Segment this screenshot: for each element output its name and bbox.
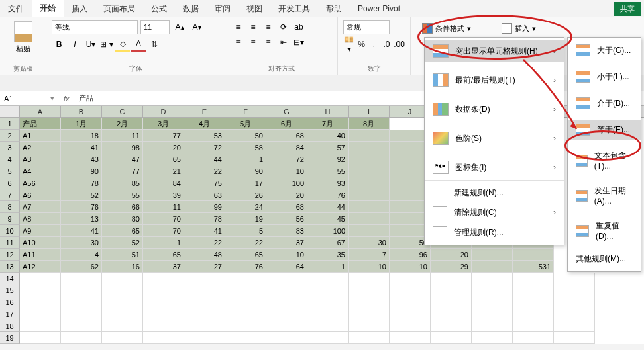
cell[interactable]: 44	[307, 201, 349, 213]
cell[interactable]: 51	[102, 249, 143, 261]
cell[interactable]	[184, 320, 225, 332]
cell[interactable]	[513, 320, 554, 332]
cell[interactable]	[20, 320, 61, 332]
cell[interactable]: 44	[184, 153, 225, 165]
cell[interactable]	[349, 225, 390, 237]
font-color-button[interactable]: A	[131, 37, 146, 52]
orientation[interactable]: ⟳	[276, 20, 291, 34]
menu-iconset[interactable]: 图标集(I)›	[425, 157, 564, 178]
cell[interactable]	[184, 273, 225, 284]
menu-greater[interactable]: 大于(G)...	[568, 40, 641, 60]
cell[interactable]	[102, 296, 143, 308]
cell[interactable]: 1	[225, 153, 266, 165]
cell[interactable]: 90	[225, 165, 266, 177]
cell[interactable]: 72	[184, 142, 225, 153]
cell[interactable]: A3	[20, 153, 61, 165]
cell[interactable]	[431, 308, 472, 320]
cell[interactable]: 20	[143, 142, 184, 153]
cell[interactable]	[20, 308, 61, 320]
cell[interactable]	[266, 332, 307, 344]
cell[interactable]: 50	[225, 130, 266, 142]
cell[interactable]	[349, 201, 390, 213]
row-header[interactable]: 3	[0, 142, 20, 153]
cell[interactable]: 17	[225, 177, 266, 189]
menu-new-rule[interactable]: 新建规则(N)...	[425, 183, 564, 202]
cell[interactable]: 4	[61, 249, 102, 261]
cell[interactable]	[513, 249, 554, 261]
tab-formula[interactable]: 公式	[143, 1, 175, 17]
cell[interactable]	[472, 273, 513, 284]
menu-more-rules[interactable]: 其他规则(M)...	[568, 249, 641, 269]
menu-between[interactable]: 介于(B)...	[568, 93, 641, 113]
cell[interactable]	[143, 332, 184, 344]
row-header[interactable]: 2	[0, 130, 20, 142]
cell[interactable]	[513, 273, 554, 284]
cell[interactable]	[349, 296, 390, 308]
cell[interactable]: 70	[143, 225, 184, 237]
cell[interactable]: 55	[307, 165, 349, 177]
cell[interactable]: 10	[349, 261, 390, 273]
cell[interactable]	[431, 320, 472, 332]
tab-insert[interactable]: 插入	[64, 1, 95, 17]
cell[interactable]: 57	[307, 142, 349, 153]
cell[interactable]: 47	[102, 153, 143, 165]
cell[interactable]	[143, 296, 184, 308]
tab-layout[interactable]: 页面布局	[95, 1, 143, 17]
cell[interactable]	[307, 320, 349, 332]
dec-decimal[interactable]: .00	[394, 37, 405, 52]
cell[interactable]: 85	[102, 177, 143, 189]
cell[interactable]: 41	[61, 142, 102, 153]
cell[interactable]	[102, 308, 143, 320]
tab-data[interactable]: 数据	[175, 1, 207, 17]
tab-file[interactable]: 文件	[0, 1, 32, 17]
cell[interactable]: 22	[184, 237, 225, 249]
cell[interactable]: 30	[349, 237, 390, 249]
cell[interactable]: 39	[143, 189, 184, 201]
cell[interactable]: 53	[184, 130, 225, 142]
col-header[interactable]: F	[225, 106, 266, 117]
cell[interactable]: A2	[20, 142, 61, 153]
comma-button[interactable]: ,	[368, 37, 380, 52]
cell[interactable]: 11	[102, 130, 143, 142]
cell[interactable]	[20, 273, 61, 284]
cell[interactable]	[225, 332, 266, 344]
cell[interactable]: 72	[266, 153, 307, 165]
cell[interactable]	[225, 308, 266, 320]
cell[interactable]: A8	[20, 213, 61, 225]
cell[interactable]: 100	[307, 225, 349, 237]
cell[interactable]	[143, 284, 184, 296]
cell[interactable]: A9	[20, 225, 61, 237]
cell[interactable]: 产品	[20, 118, 61, 130]
border-button[interactable]: ⊞ ▾	[99, 37, 114, 52]
cell[interactable]	[143, 273, 184, 284]
cell[interactable]: A1	[20, 130, 61, 142]
cell[interactable]	[225, 284, 266, 296]
fill-color-button[interactable]: ◇	[115, 37, 130, 52]
cell[interactable]: 64	[266, 261, 307, 273]
col-header[interactable]: A	[20, 106, 61, 117]
fx-icon[interactable]: fx	[58, 95, 75, 103]
menu-databars[interactable]: 数据条(D)›	[425, 99, 564, 120]
cell[interactable]: 22	[184, 165, 225, 177]
row-header[interactable]: 7	[0, 189, 20, 201]
cell[interactable]	[390, 308, 431, 320]
cell[interactable]: 5	[225, 225, 266, 237]
cell[interactable]: 66	[102, 201, 143, 213]
col-header[interactable]: E	[184, 106, 225, 117]
cell[interactable]: 6月	[266, 118, 307, 130]
percent-button[interactable]: %	[356, 37, 367, 52]
align-bot[interactable]: ≡	[261, 20, 276, 34]
cell[interactable]: 27	[184, 261, 225, 273]
row-header[interactable]: 11	[0, 237, 20, 249]
italic-button[interactable]: I	[68, 37, 82, 52]
cell[interactable]	[20, 296, 61, 308]
cell[interactable]: 77	[143, 130, 184, 142]
font-name-select[interactable]: 等线	[52, 20, 138, 34]
cell[interactable]: 40	[307, 130, 349, 142]
tab-review[interactable]: 审阅	[207, 1, 239, 17]
cell[interactable]	[554, 296, 595, 308]
cell[interactable]	[472, 296, 513, 308]
cell[interactable]	[102, 273, 143, 284]
cell[interactable]	[61, 284, 102, 296]
font-size-select[interactable]: 11	[140, 20, 170, 34]
